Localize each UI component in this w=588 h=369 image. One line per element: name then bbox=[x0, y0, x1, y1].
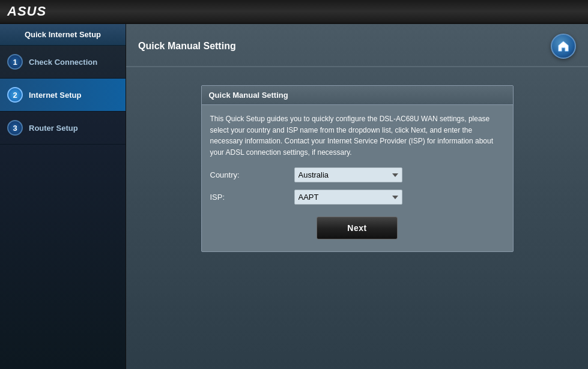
country-select-wrapper: Australia United States United Kingdom N… bbox=[294, 167, 505, 182]
sidebar-item-check-connection[interactable]: 1 Check Connection bbox=[0, 46, 126, 79]
sidebar: Quick Internet Setup 1 Check Connection … bbox=[0, 24, 126, 369]
step-badge-2: 2 bbox=[7, 87, 23, 103]
step-badge-3: 3 bbox=[7, 120, 23, 136]
next-button[interactable]: Next bbox=[317, 217, 397, 239]
header-bar: ASUS bbox=[0, 0, 588, 24]
isp-label: ISP: bbox=[210, 193, 294, 202]
isp-select[interactable]: AAPT BigPond iiNet TPG Optus Other bbox=[294, 190, 402, 205]
qms-panel-header: Quick Manual Setting bbox=[202, 86, 513, 105]
sidebar-item-label-router-setup: Router Setup bbox=[29, 124, 78, 133]
sidebar-item-router-setup[interactable]: 3 Router Setup bbox=[0, 112, 126, 145]
sidebar-item-label-internet-setup: Internet Setup bbox=[29, 91, 81, 100]
sidebar-item-internet-setup[interactable]: 2 Internet Setup bbox=[0, 79, 126, 112]
home-button[interactable] bbox=[551, 34, 576, 59]
isp-row: ISP: AAPT BigPond iiNet TPG Optus Other bbox=[210, 190, 505, 205]
sidebar-title: Quick Internet Setup bbox=[0, 24, 126, 46]
main-layout: Quick Internet Setup 1 Check Connection … bbox=[0, 24, 588, 369]
qms-description: This Quick Setup guides you to quickly c… bbox=[210, 113, 505, 158]
isp-select-wrapper: AAPT BigPond iiNet TPG Optus Other bbox=[294, 190, 505, 205]
sidebar-item-label-check-connection: Check Connection bbox=[29, 58, 97, 67]
step-badge-1: 1 bbox=[7, 54, 23, 70]
home-icon bbox=[557, 40, 570, 53]
country-row: Country: Australia United States United … bbox=[210, 167, 505, 182]
qms-panel-body: This Quick Setup guides you to quickly c… bbox=[202, 105, 513, 251]
content-header: Quick Manual Setting bbox=[126, 24, 588, 67]
country-label: Country: bbox=[210, 170, 294, 179]
next-button-row: Next bbox=[210, 217, 505, 239]
qms-panel-title: Quick Manual Setting bbox=[209, 91, 288, 100]
asus-logo: ASUS bbox=[7, 4, 46, 19]
country-select[interactable]: Australia United States United Kingdom N… bbox=[294, 167, 402, 182]
content-area: Quick Manual Setting Quick Manual Settin… bbox=[126, 24, 588, 369]
page-title: Quick Manual Setting bbox=[138, 41, 236, 52]
content-body: Quick Manual Setting This Quick Setup gu… bbox=[126, 79, 588, 369]
content-divider bbox=[126, 67, 588, 67]
qms-panel: Quick Manual Setting This Quick Setup gu… bbox=[201, 85, 514, 252]
